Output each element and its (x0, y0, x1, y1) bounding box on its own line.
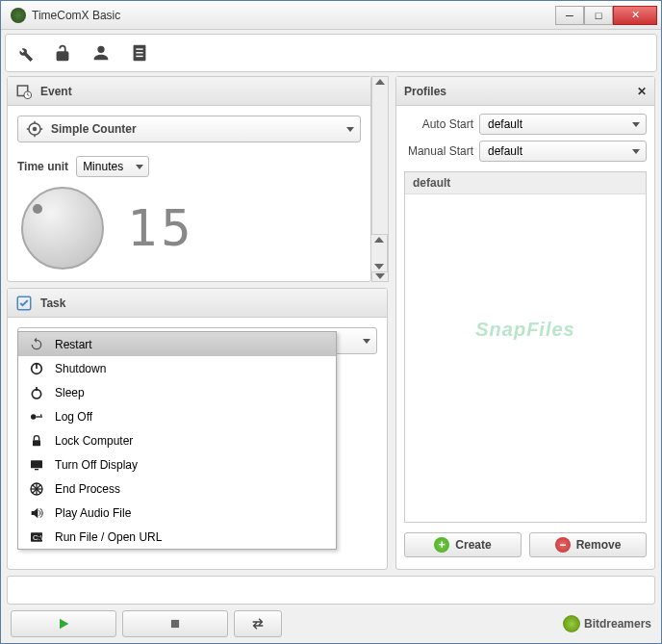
svg-text:C:\: C:\ (33, 532, 43, 541)
svg-point-17 (31, 414, 36, 419)
svg-rect-30 (171, 620, 179, 628)
spin-down-icon[interactable] (374, 264, 384, 270)
stop-icon (168, 617, 182, 631)
time-unit-value: Minutes (83, 160, 123, 173)
svg-point-7 (33, 127, 38, 132)
task-option-shutdown[interactable]: Shutdown (18, 356, 336, 380)
task-panel: Task Restart Restart Shutdown Sleep Log … (7, 288, 388, 570)
watermark-text: SnapFiles (475, 319, 574, 341)
autostart-combo[interactable]: default (479, 114, 647, 135)
task-option-display[interactable]: Turn Off Display (18, 452, 336, 477)
restart-icon (28, 336, 45, 353)
autostart-label: Auto Start (404, 117, 473, 131)
wrench-icon[interactable] (12, 40, 37, 65)
svg-rect-20 (33, 440, 40, 446)
task-option-restart[interactable]: Restart (18, 332, 336, 356)
main-toolbar (5, 34, 657, 72)
event-header: Event (8, 77, 370, 106)
close-button[interactable]: ✕ (613, 6, 657, 25)
create-profile-button[interactable]: +Create (404, 532, 522, 557)
svg-rect-1 (136, 48, 142, 49)
event-spinner[interactable] (370, 234, 388, 272)
chevron-down-icon (632, 122, 640, 127)
task-option-run[interactable]: C:\Run File / Open URL (18, 525, 336, 549)
play-button[interactable] (11, 610, 116, 637)
svg-rect-21 (31, 460, 42, 468)
svg-rect-19 (40, 414, 41, 416)
titlebar[interactable]: TimeComX Basic ─ □ ✕ (1, 1, 661, 30)
shutdown-icon (28, 360, 45, 377)
chevron-down-icon (346, 127, 354, 132)
event-header-label: Event (40, 85, 72, 98)
audio-icon (28, 504, 45, 522)
gear-icon (26, 120, 43, 138)
svg-point-15 (32, 389, 40, 398)
endprocess-icon (28, 480, 45, 498)
minimize-button[interactable]: ─ (555, 6, 584, 25)
brand-icon (563, 615, 580, 632)
task-option-lock[interactable]: Lock Computer (18, 428, 336, 452)
task-option-sleep[interactable]: Sleep (18, 380, 336, 404)
user-icon[interactable] (89, 40, 114, 65)
run-icon: C:\ (28, 528, 45, 546)
profiles-header: Profiles ✕ (396, 77, 654, 106)
play-icon (56, 616, 71, 631)
chevron-down-icon (363, 339, 370, 344)
svg-rect-18 (36, 416, 42, 417)
app-icon (11, 8, 26, 23)
task-option-audio[interactable]: Play Audio File (18, 501, 336, 525)
document-icon[interactable] (127, 40, 152, 65)
calendar-clock-icon (15, 83, 33, 100)
profile-list-item[interactable]: default (405, 172, 646, 194)
task-header-label: Task (40, 296, 65, 310)
event-panel: Event Simple Counter Time unit Minutes (7, 76, 371, 282)
app-window: TimeComX Basic ─ □ ✕ Event (0, 0, 662, 644)
profiles-panel: Profiles ✕ Auto Start default Manual Sta… (395, 76, 655, 570)
logoff-icon (28, 408, 45, 425)
status-bar (7, 576, 655, 605)
event-type-combo[interactable]: Simple Counter (17, 116, 361, 142)
task-header: Task (8, 289, 387, 318)
event-type-label: Simple Counter (51, 122, 137, 136)
bottom-control-bar: Bitdreamers (1, 605, 661, 643)
counter-display: 15 (127, 203, 195, 253)
brand-logo[interactable]: Bitdreamers (563, 615, 651, 632)
remove-profile-button[interactable]: −Remove (529, 532, 647, 557)
time-unit-label: Time unit (17, 160, 68, 173)
plus-icon: + (434, 537, 449, 553)
chevron-down-icon (632, 149, 640, 154)
maximize-button[interactable]: □ (584, 6, 613, 25)
svg-rect-2 (136, 52, 142, 53)
window-title: TimeComX Basic (32, 9, 555, 22)
counter-dial[interactable] (21, 187, 104, 270)
sleep-icon (28, 384, 45, 401)
stop-button[interactable] (122, 610, 228, 637)
profiles-close-button[interactable]: ✕ (637, 85, 647, 98)
task-dropdown-list: Restart Shutdown Sleep Log Off Lock Comp… (17, 331, 337, 550)
minus-icon: − (555, 537, 571, 553)
manualstart-label: Manual Start (404, 144, 473, 158)
lock-icon (28, 432, 45, 450)
display-icon (28, 456, 45, 474)
repeat-button[interactable] (234, 610, 282, 637)
chevron-down-icon (136, 165, 143, 169)
svg-rect-22 (35, 469, 38, 470)
check-icon (15, 295, 33, 312)
profiles-list: default SnapFiles (404, 171, 647, 523)
task-option-endprocess[interactable]: End Process (18, 477, 336, 501)
time-unit-combo[interactable]: Minutes (76, 156, 149, 177)
spin-up-icon[interactable] (374, 237, 384, 243)
unlock-icon[interactable] (50, 40, 75, 65)
task-option-logoff[interactable]: Log Off (18, 404, 336, 428)
svg-rect-3 (136, 56, 142, 57)
profiles-header-label: Profiles (404, 85, 446, 98)
scroll-up-icon[interactable] (375, 79, 385, 85)
scroll-down-icon[interactable] (375, 273, 385, 279)
manualstart-combo[interactable]: default (479, 141, 647, 162)
repeat-icon (250, 616, 266, 631)
